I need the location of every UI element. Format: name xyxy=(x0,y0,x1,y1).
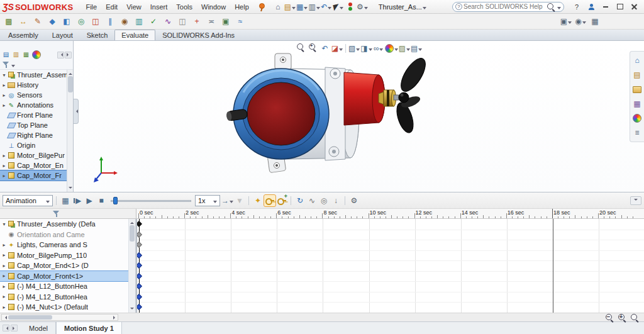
panel-collapse-handle[interactable] xyxy=(74,99,79,124)
timeline-zoom-out-icon[interactable]: − xyxy=(604,313,614,322)
user-account-icon[interactable] xyxy=(584,1,598,13)
tab-motion-study-1[interactable]: Motion Study 1 xyxy=(56,322,122,334)
keyframe-diamond-gray[interactable] xyxy=(137,242,142,248)
motion-study-properties-icon[interactable]: ⚙ xyxy=(348,195,360,206)
feature-tree-item-cap-motor-fr[interactable]: ▸Cap_Motor_Fr xyxy=(0,170,73,181)
search-icon[interactable] xyxy=(546,2,555,11)
compare-documents-icon[interactable]: ≍ xyxy=(205,15,218,28)
expander-icon[interactable]: ▸ xyxy=(1,252,7,258)
expander-icon[interactable]: ▾ xyxy=(1,221,7,227)
edit-appearance-icon[interactable] xyxy=(385,42,398,54)
keyframe-diamond-gray[interactable] xyxy=(137,231,142,238)
animation-end-line[interactable] xyxy=(553,219,553,313)
undo-icon[interactable]: ↶ xyxy=(321,1,332,13)
options-icon[interactable]: ⚙ xyxy=(357,1,368,13)
capture-options-icon[interactable]: ▦ xyxy=(589,15,601,28)
stop-icon[interactable]: ■ xyxy=(96,195,107,206)
zoom-fit-icon[interactable] xyxy=(296,42,307,54)
scrollbar-thumb[interactable] xyxy=(130,225,135,242)
menu-insert[interactable]: Insert xyxy=(146,3,172,11)
configurationmanager-icon[interactable]: ▦ xyxy=(21,50,31,60)
expander-icon[interactable]: ▸ xyxy=(1,153,7,159)
mass-properties-icon[interactable]: ◆ xyxy=(46,15,58,28)
propeller-part[interactable] xyxy=(394,55,430,135)
keyframe-diamond-blue[interactable] xyxy=(137,283,142,289)
scrollbar-thumb[interactable] xyxy=(8,315,52,320)
appearances-scenes-icon[interactable] xyxy=(631,113,643,124)
feature-tree-item-sensors[interactable]: ▸◎Sensors xyxy=(0,90,73,100)
pane-scroll-left-icon[interactable] xyxy=(57,52,64,58)
keyframe-diamond-blue[interactable] xyxy=(137,304,142,310)
document-title[interactable]: Thruster_As... xyxy=(379,3,426,11)
solidworks-resources-icon[interactable]: ⌂ xyxy=(631,55,643,66)
play-icon[interactable]: ▶ xyxy=(84,195,95,206)
featuremanager-tree-icon[interactable]: ▤ xyxy=(1,50,11,60)
tab-scroll-right-icon[interactable] xyxy=(11,325,18,331)
expander-icon[interactable]: ▸ xyxy=(1,273,7,279)
pane-scroll-right-icon[interactable] xyxy=(65,52,72,58)
screen-capture-icon[interactable]: ▣ xyxy=(560,15,572,28)
interference-detection-icon[interactable]: ◫ xyxy=(89,15,102,28)
menu-tools[interactable]: Tools xyxy=(172,3,197,11)
motion-tree-scrollbar[interactable] xyxy=(128,219,135,313)
expander-icon[interactable]: ▸ xyxy=(1,163,7,169)
search-input[interactable] xyxy=(464,3,545,10)
expander-icon[interactable]: ▸ xyxy=(1,103,7,108)
end-time-marker[interactable] xyxy=(552,209,553,218)
clearance-verification-icon[interactable]: ∥ xyxy=(104,15,116,28)
feature-tree-scrollbar[interactable] xyxy=(67,70,73,192)
display-style-icon[interactable]: ◨ xyxy=(360,42,372,54)
feature-tree-item-cap-motor-en[interactable]: ▸Cap_Motor_En xyxy=(0,160,73,170)
view-orientation-icon[interactable]: ▧ xyxy=(348,42,360,54)
keyframe-diamond-blue[interactable] xyxy=(137,252,142,259)
hide-show-items-icon[interactable]: ∞ xyxy=(373,42,384,54)
displaymanager-icon[interactable] xyxy=(31,50,41,60)
motion-tree-item-m4-nut-1-default[interactable]: ▸(-) M4_Nut<1> (Default xyxy=(0,302,128,313)
menu-edit[interactable]: Edit xyxy=(101,3,122,11)
section-properties-icon[interactable]: ◧ xyxy=(60,15,73,28)
help-button[interactable]: ? xyxy=(570,1,584,13)
motion-tree-item-motor-bilgepump-110[interactable]: ▸Motor_BilgePump_110 xyxy=(0,250,128,261)
keyframe-diamond-blue[interactable] xyxy=(137,262,142,269)
spring-icon[interactable]: ∿ xyxy=(306,195,318,206)
hole-alignment-icon[interactable]: ◉ xyxy=(118,15,131,28)
play-from-start-icon[interactable]: ▶ xyxy=(72,195,83,206)
zoom-area-icon[interactable]: + xyxy=(308,42,319,54)
feature-tree-item-thruster-assembly[interactable]: ▾Thruster_Assembly xyxy=(0,70,73,80)
menu-view[interactable]: View xyxy=(122,3,146,11)
motion-tree-hscrollbar[interactable] xyxy=(1,314,118,321)
scroll-down-icon[interactable] xyxy=(130,307,135,312)
feature-tree-item-top-plane[interactable]: Top Plane xyxy=(0,120,73,130)
curvature-icon[interactable]: ∿ xyxy=(162,15,174,28)
sensor-icon[interactable]: ◎ xyxy=(75,15,87,28)
scroll-left-icon[interactable] xyxy=(2,315,8,320)
front-cap-ring-part[interactable] xyxy=(233,69,329,159)
filter-caret-icon[interactable] xyxy=(11,65,15,69)
symmetry-check-icon[interactable]: ◫ xyxy=(176,15,189,28)
tab-model[interactable]: Model xyxy=(21,322,56,334)
gravity-icon[interactable]: ↓ xyxy=(330,195,341,206)
motion-tree-item-cap-motor-front-1[interactable]: ▸Cap_Motor_Front<1> xyxy=(0,271,128,282)
menu-file[interactable]: File xyxy=(81,3,101,11)
rebuild-icon[interactable] xyxy=(345,1,356,13)
measure-icon[interactable]: ↔ xyxy=(17,15,30,28)
expander-icon[interactable]: ▸ xyxy=(1,242,7,248)
tab-assembly[interactable]: Assembly xyxy=(1,30,45,40)
timeline-slider-track[interactable] xyxy=(111,200,191,202)
timeline-ruler[interactable]: 0 sec2 sec4 sec6 sec8 sec10 sec12 sec14 … xyxy=(136,209,644,218)
timeline-grid[interactable] xyxy=(137,219,644,313)
view-palette-icon[interactable]: ▦ xyxy=(631,98,643,109)
check-document-icon[interactable]: ▣ xyxy=(219,15,232,28)
scroll-right-icon[interactable] xyxy=(112,315,118,320)
view-settings-icon[interactable]: ▤ xyxy=(411,42,422,54)
add-key-icon[interactable]: + xyxy=(276,195,287,206)
autokey-icon[interactable] xyxy=(264,195,275,206)
apply-scene-icon[interactable]: ▨ xyxy=(399,42,410,54)
contact-icon[interactable]: ◎ xyxy=(318,195,330,206)
animation-wizard-icon[interactable]: ✦ xyxy=(252,195,264,206)
keyframe-diamond-blue[interactable] xyxy=(137,273,142,279)
feature-tree-item-front-plane[interactable]: Front Plane xyxy=(0,110,73,120)
feature-tree-item-history[interactable]: ▸History xyxy=(0,80,73,90)
custom-properties-icon[interactable]: ≡ xyxy=(631,127,643,138)
timeline-zoom-in-icon[interactable]: + xyxy=(617,313,626,322)
